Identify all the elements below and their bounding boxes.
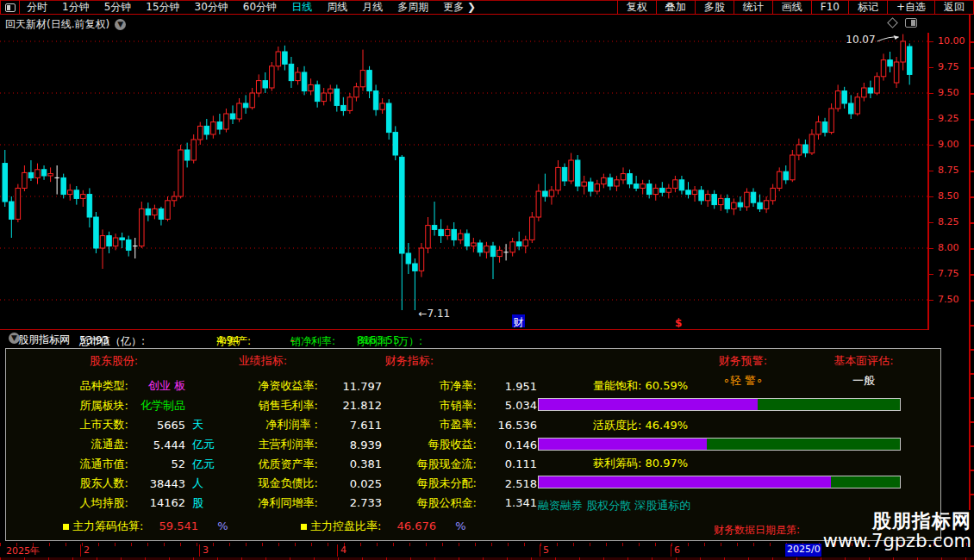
- price-axis-label: 9.75: [938, 61, 959, 72]
- section-financial: 财务指标:: [358, 353, 461, 369]
- stat-row: 净利润率 :7.611: [246, 415, 382, 435]
- yellow-square-icon: [301, 524, 307, 530]
- performance-stats: 净资收益率:11.797销售毛利率:21.812净利润率 :7.611主营利润率…: [246, 376, 382, 513]
- stat-row: 每股现金流:0.111: [404, 454, 537, 474]
- price-axis-label: 8.25: [938, 216, 959, 227]
- tab-monthly[interactable]: 月线: [362, 0, 383, 15]
- stat-row: 主营利润率:8.939: [246, 435, 382, 455]
- window-pane-icon[interactable]: [905, 18, 917, 28]
- stat-row: 净资收益率:11.797: [246, 376, 382, 396]
- price-axis-label: 9.50: [938, 87, 959, 98]
- split-layout-icon: [5, 3, 16, 12]
- gauge-label: 量能饱和: 60.59%: [593, 378, 688, 394]
- section-shareholder: 股东股份:: [58, 353, 170, 369]
- gauge-bar: [538, 398, 901, 411]
- diamond-marker-icon[interactable]: [887, 17, 898, 28]
- overlay-button[interactable]: 叠加: [656, 0, 695, 15]
- stat-row: 市净率:1.951: [404, 376, 537, 396]
- candlestick-chart[interactable]: 10.07←7.11财$: [0, 33, 927, 330]
- timeline-label: 3: [199, 544, 209, 557]
- section-performance: 业绩指标:: [211, 353, 315, 369]
- stat-row: 人均持股:14162股: [27, 494, 223, 513]
- tab-60min[interactable]: 60分钟: [243, 0, 277, 15]
- layout-toggle-button[interactable]: [0, 0, 20, 15]
- price-axis: 10.009.759.509.259.008.758.508.258.007.7…: [927, 33, 969, 330]
- timeline-label: 4: [337, 544, 347, 557]
- chevron-down-icon[interactable]: ▼: [115, 19, 126, 30]
- main-chip-estimate: 主力筹码估算: 59.541 %: [63, 519, 228, 534]
- chart-canvas[interactable]: 10.07←7.11财$: [0, 33, 927, 330]
- site-label: 股朋指标网: [18, 333, 70, 347]
- statistics-button[interactable]: 统计: [734, 0, 772, 15]
- tab-weekly[interactable]: 周线: [327, 0, 347, 15]
- stat-row: 现金负债比:0.025: [246, 474, 382, 494]
- stock-app-window: 分时 1分钟 5分钟 15分钟 30分钟 60分钟 日线 周线 月线 多周期 更…: [0, 0, 974, 560]
- svg-text:财: 财: [514, 316, 524, 328]
- gauge-bar: [538, 438, 901, 451]
- tab-more[interactable]: 更多 ❯: [443, 0, 476, 15]
- stat-row: 所属板块:化学制品: [27, 396, 223, 416]
- stock-tags: 融资融券 股权分散 深股通标的: [538, 498, 690, 513]
- date-chip: 2025/0: [785, 544, 821, 557]
- tab-timeshare[interactable]: 分时: [27, 0, 47, 15]
- timeline-label: 6: [671, 544, 680, 557]
- right-scale-strip: [969, 15, 974, 510]
- timeline-label: 2025年: [3, 544, 40, 557]
- tab-15min[interactable]: 15分钟: [146, 0, 179, 15]
- finance-date-label: 财务数据日期是第:: [714, 523, 800, 538]
- adjust-rights-button[interactable]: 复权: [617, 0, 656, 15]
- chart-title-bar: 回天新材(日线.前复权) ▼: [0, 16, 974, 33]
- stat-row: 净利同增率:2.733: [246, 494, 382, 513]
- draw-line-button[interactable]: 画线: [772, 0, 811, 15]
- price-axis-label: 9.00: [938, 139, 959, 150]
- add-watchlist-button[interactable]: +自选: [887, 0, 934, 15]
- watermark: 股朋指标网 www.7gpzb.com: [823, 511, 971, 551]
- svg-text:$: $: [675, 317, 682, 329]
- stock-title[interactable]: 回天新材(日线.前复权): [5, 17, 109, 32]
- price-axis-label: 7.75: [938, 268, 959, 279]
- f10-button[interactable]: F10: [811, 0, 848, 15]
- tab-5min[interactable]: 5分钟: [104, 0, 132, 15]
- fundamentals-panel: 股东股份: 业绩指标: 财务指标: 财务预警: 基本面评估: ∘轻 警∘ 一般 …: [5, 348, 941, 541]
- price-axis-label: 8.00: [938, 242, 959, 253]
- timeline-label: 5: [540, 544, 549, 557]
- financial-stats: 市净率:1.951市销率:5.034市盈率:16.536每股收益:0.146每股…: [404, 376, 537, 513]
- stat-row: 股东人数:38443人: [27, 474, 223, 494]
- price-axis-label: 10.00: [938, 35, 965, 47]
- action-buttons: 复权 叠加 多股 统计 画线 F10 标记 +自选 返回: [617, 0, 974, 15]
- svg-text:←7.11: ←7.11: [418, 308, 450, 320]
- stat-row: 市销率:5.034: [404, 396, 537, 416]
- stat-row: 品种类型:创业 板: [27, 376, 223, 396]
- gauge-bar: [538, 476, 901, 488]
- stat-row: 每股未分配:2.518: [404, 474, 537, 494]
- svg-text:10.07: 10.07: [846, 34, 875, 46]
- yellow-square-icon: [63, 524, 69, 530]
- timeline-label: 2: [80, 544, 90, 557]
- stat-row: 销售毛利率:21.812: [246, 396, 382, 416]
- stat-row: 流通市值:52亿元: [27, 454, 223, 474]
- mark-button[interactable]: 标记: [848, 0, 887, 15]
- period-tabs: 分时 1分钟 5分钟 15分钟 30分钟 60分钟 日线 周线 月线 多周期 更…: [20, 0, 617, 15]
- price-axis-label: 8.50: [938, 190, 959, 202]
- summary-bar: ▼ 股朋指标网 总市值（亿）: 53.93 净资产: 4.94 销净利率:- 净…: [0, 331, 941, 347]
- stat-row: 每股公积金:1.341: [404, 494, 537, 513]
- price-axis-label: 7.50: [938, 294, 959, 305]
- period-toolbar: 分时 1分钟 5分钟 15分钟 30分钟 60分钟 日线 周线 月线 多周期 更…: [0, 0, 974, 15]
- stat-row: 市盈率:16.536: [404, 415, 537, 435]
- stat-row: 每股收益:0.146: [404, 435, 537, 455]
- shareholder-stats: 品种类型:创业 板所属板块:化学制品上市天数:5665天流通盘:5.444亿元流…: [27, 376, 223, 513]
- tab-multiperiod[interactable]: 多周期: [397, 0, 428, 15]
- stat-row: 优质资产率:0.381: [246, 454, 382, 474]
- price-axis-label: 9.25: [938, 113, 959, 124]
- main-control-ratio: 主力控盘比率: 46.676 %: [301, 519, 466, 534]
- tab-daily[interactable]: 日线: [291, 0, 312, 15]
- back-button[interactable]: 返回: [934, 0, 974, 15]
- gauge-label: 获利筹码: 80.97%: [593, 456, 688, 471]
- tab-30min[interactable]: 30分钟: [195, 0, 228, 15]
- gauge-label: 活跃度比: 46.49%: [593, 418, 688, 433]
- multi-stock-button[interactable]: 多股: [695, 0, 734, 15]
- stat-row: 流通盘:5.444亿元: [27, 435, 223, 455]
- stat-row: 上市天数:5665天: [27, 415, 223, 435]
- tab-1min[interactable]: 1分钟: [62, 0, 90, 15]
- price-axis-label: 8.75: [938, 165, 959, 176]
